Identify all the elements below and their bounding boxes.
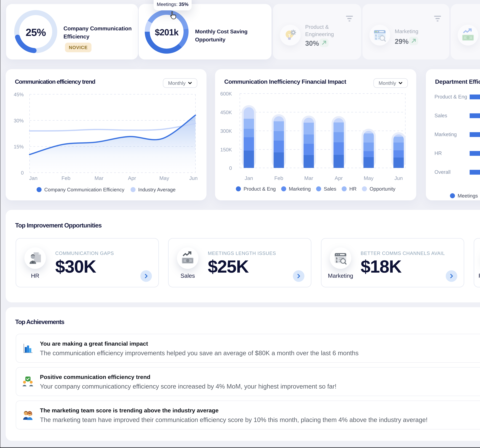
- svg-text:$: $: [336, 257, 338, 260]
- svg-text:$: $: [336, 260, 338, 263]
- svg-text:$: $: [375, 37, 377, 40]
- svg-text:$: $: [375, 34, 377, 37]
